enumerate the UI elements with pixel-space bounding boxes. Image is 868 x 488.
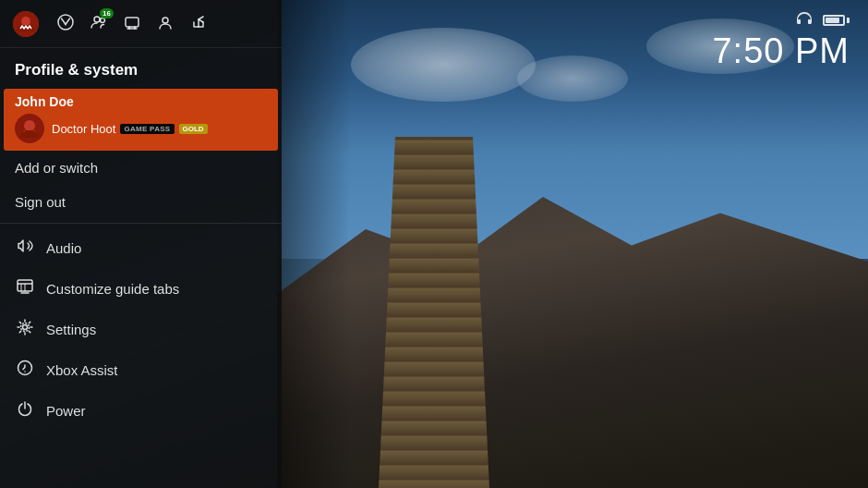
sign-out-item[interactable]: Sign out bbox=[0, 185, 282, 219]
headphones-icon bbox=[795, 11, 814, 30]
customize-icon bbox=[15, 277, 35, 299]
svg-point-8 bbox=[24, 120, 35, 131]
svg-point-10 bbox=[23, 325, 28, 330]
svg-point-4 bbox=[101, 18, 105, 22]
svg-point-6 bbox=[163, 18, 168, 23]
cloud-3 bbox=[517, 55, 628, 102]
nav-icons: 16 bbox=[57, 14, 207, 34]
top-nav: 16 bbox=[0, 0, 282, 48]
divider-1 bbox=[0, 223, 282, 224]
audio-icon bbox=[15, 237, 35, 259]
svg-point-1 bbox=[21, 17, 30, 26]
profile-avatar bbox=[15, 114, 44, 143]
customize-item[interactable]: Customize guide tabs bbox=[0, 268, 282, 309]
customize-label: Customize guide tabs bbox=[46, 281, 179, 297]
clock: 7:50 PM bbox=[712, 33, 850, 68]
hud-icons bbox=[795, 11, 850, 30]
multiplayer-icon[interactable] bbox=[124, 14, 140, 34]
gamepass-badge: GAME PASS bbox=[120, 124, 174, 134]
profile-item[interactable]: John Doe Doctor Hoot GAME PASS GOLD bbox=[4, 89, 278, 151]
battery-icon bbox=[823, 15, 850, 26]
profile-nav-icon[interactable] bbox=[157, 14, 174, 34]
audio-item[interactable]: Audio bbox=[0, 227, 282, 268]
settings-label: Settings bbox=[46, 322, 96, 337]
svg-point-13 bbox=[24, 371, 26, 372]
boardwalk-path bbox=[379, 137, 489, 488]
xbox-assist-item[interactable]: Xbox Assist bbox=[0, 349, 282, 390]
sidebar: 16 bbox=[0, 0, 282, 488]
profile-bottom: Doctor Hoot GAME PASS GOLD bbox=[15, 114, 267, 143]
gamertag-text: Doctor Hoot bbox=[52, 122, 115, 136]
social-icon[interactable]: 16 bbox=[90, 14, 107, 34]
social-badge: 16 bbox=[100, 8, 114, 18]
svg-point-3 bbox=[94, 17, 100, 22]
power-label: Power bbox=[46, 403, 86, 419]
section-title: Profile & system bbox=[0, 48, 282, 89]
cloud-1 bbox=[351, 28, 536, 102]
svg-rect-5 bbox=[126, 18, 139, 27]
gold-badge: GOLD bbox=[179, 124, 208, 134]
settings-item[interactable]: Settings bbox=[0, 309, 282, 349]
xbox-assist-icon bbox=[15, 359, 35, 381]
share-icon[interactable] bbox=[190, 14, 207, 34]
settings-icon bbox=[15, 318, 35, 340]
power-icon bbox=[15, 399, 35, 421]
username: John Doe bbox=[15, 94, 267, 109]
power-item[interactable]: Power bbox=[0, 390, 282, 431]
hud: 7:50 PM bbox=[712, 11, 850, 68]
audio-label: Audio bbox=[46, 240, 81, 256]
left-shadow bbox=[277, 0, 351, 488]
xbox-assist-label: Xbox Assist bbox=[46, 362, 118, 378]
nav-avatar[interactable] bbox=[13, 11, 39, 37]
profile-gamertag: Doctor Hoot GAME PASS GOLD bbox=[52, 122, 208, 136]
xbox-icon[interactable] bbox=[57, 14, 74, 34]
add-switch-item[interactable]: Add or switch bbox=[0, 151, 282, 185]
svg-point-2 bbox=[58, 15, 73, 30]
